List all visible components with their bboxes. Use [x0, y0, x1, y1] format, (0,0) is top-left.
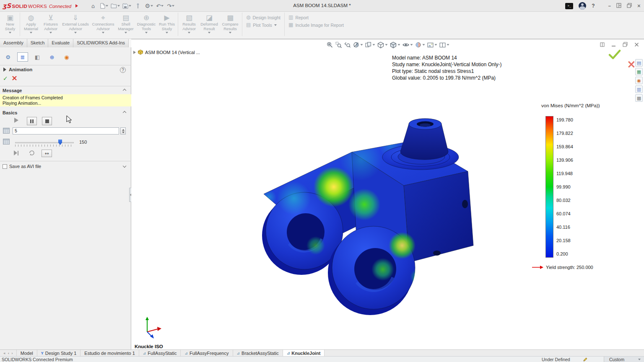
display-manager-tab[interactable]: ◉	[61, 52, 72, 62]
settings-button[interactable]: ⚙	[145, 1, 153, 10]
tab-assembly[interactable]: Assembly	[0, 39, 27, 47]
play-from-start-button[interactable]	[14, 150, 18, 155]
plot-tools-button[interactable]: ▤Plot Tools	[246, 22, 280, 28]
tab-fullassyfrequency[interactable]: ⊿FullAssyFrequency	[181, 350, 233, 356]
play-button[interactable]	[14, 118, 18, 123]
apply-scene-button[interactable]	[427, 41, 437, 49]
hide-show-items-button[interactable]	[402, 41, 413, 49]
pin-button[interactable]	[134, 1, 142, 10]
viewport-restore-button[interactable]	[623, 42, 628, 48]
viewport-minimize-button[interactable]	[611, 42, 616, 48]
side-tool-3-button[interactable]: ◉	[635, 77, 643, 84]
message-section-header[interactable]: Message	[3, 88, 22, 93]
graphics-viewport[interactable]: ASM BOOM 14 (Vertical ... Model name: AS…	[131, 39, 644, 349]
redo-button[interactable]: ↷	[166, 1, 175, 10]
apply-material-button[interactable]: ◍ApplyMaterial	[21, 12, 41, 38]
frames-value-field[interactable]: 5	[13, 127, 119, 134]
side-tool-5-button[interactable]: ▩	[635, 94, 643, 102]
viewport-close-button[interactable]	[634, 42, 639, 48]
ok-button[interactable]: ✓	[3, 75, 8, 82]
property-manager-tab[interactable]: ≣	[17, 52, 28, 62]
scroll-left-icon[interactable]: ‹	[8, 351, 10, 355]
view-settings-button[interactable]	[439, 41, 449, 49]
open-document-button[interactable]	[111, 1, 120, 10]
reciprocate-button[interactable]: ↔	[42, 150, 52, 157]
scroll-first-icon[interactable]: «	[3, 351, 6, 355]
minimize-button[interactable]: –	[608, 3, 611, 8]
speed-slider-track[interactable]	[15, 142, 74, 143]
expand-save-avi-icon[interactable]	[123, 164, 126, 168]
stop-button[interactable]	[42, 117, 52, 125]
tab-model[interactable]: Model	[17, 350, 37, 356]
home-button[interactable]: ⌂	[89, 1, 97, 10]
confirm-ok-button[interactable]	[608, 49, 621, 59]
tab-bracketassystatic[interactable]: ⊿BracketAssyStatic	[233, 350, 283, 356]
collapse-message-icon[interactable]	[123, 89, 126, 92]
tab-sketch[interactable]: Sketch	[27, 39, 49, 47]
side-tool-1-button[interactable]: ▤	[635, 59, 643, 67]
panel-help-button[interactable]: ?	[120, 67, 126, 73]
diagnostic-tools-button[interactable]: ⊕DiagnosticTools	[135, 12, 157, 38]
help-button[interactable]: ?	[592, 3, 595, 9]
dimxpert-manager-tab[interactable]: ⊕	[47, 52, 57, 62]
tab-knucklejoint[interactable]: ⊿KnuckleJoint	[283, 350, 325, 356]
run-this-study-button[interactable]: ▶Run ThisStudy	[157, 12, 177, 38]
report-button[interactable]: ▥Report	[288, 15, 344, 20]
tab-design-study-1[interactable]: YDesign Study 1	[37, 350, 81, 356]
shell-manager-button[interactable]: ▤ShellManager	[116, 12, 135, 38]
tab-solidworks-add-ins[interactable]: SOLIDWORKS Add-Ins	[73, 39, 129, 47]
user-avatar[interactable]	[579, 2, 586, 10]
brand-flyout-icon[interactable]	[75, 4, 78, 8]
design-insight-button[interactable]: ◍Design Insight	[246, 15, 280, 20]
custom-dropdown[interactable]: Custom	[604, 357, 644, 362]
pause-button[interactable]	[27, 117, 37, 125]
scroll-right-icon[interactable]: ›	[11, 351, 13, 355]
new-document-button[interactable]	[100, 1, 108, 10]
loop-button[interactable]	[29, 150, 35, 157]
tree-expander-icon[interactable]	[133, 51, 136, 54]
edit-status-button[interactable]	[583, 357, 588, 362]
zoom-to-fit-button[interactable]	[326, 41, 333, 49]
new-study-button[interactable]: ▣NewStudy	[2, 12, 18, 38]
zoom-to-area-button[interactable]	[335, 41, 342, 49]
frames-spinner[interactable]	[120, 127, 126, 134]
save-avi-checkbox[interactable]	[3, 164, 7, 169]
tab-estudio-de-movimiento-1[interactable]: Estudio de movimiento 1	[80, 350, 139, 356]
maximize-button[interactable]	[627, 3, 632, 9]
fixtures-advisor-button[interactable]: ⊻FixturesAdvisor	[41, 12, 61, 38]
save-button[interactable]	[122, 1, 131, 10]
connections-advisor-button[interactable]: ⌖ConnectionsAdvisor	[90, 12, 116, 38]
collapse-basics-icon[interactable]	[123, 111, 126, 114]
confirm-cancel-button[interactable]: ×	[627, 58, 636, 70]
model-3d-knuckle[interactable]	[234, 113, 483, 328]
include-image-for-report-button[interactable]: ▦Include Image for Report	[288, 22, 344, 28]
previous-view-button[interactable]	[344, 41, 351, 49]
view-orientation-button[interactable]	[377, 41, 387, 49]
viewport-panes-button[interactable]	[600, 42, 605, 48]
terminal-button[interactable]: >_	[565, 3, 573, 9]
side-tool-4-button[interactable]: ▥	[635, 85, 643, 93]
configuration-manager-tab[interactable]: ◧	[32, 52, 43, 62]
basics-section-header[interactable]: Basics	[3, 110, 17, 115]
deformed-result-button[interactable]: ◪DeformedResult	[199, 12, 220, 38]
compare-results-button[interactable]: ▩CompareResults	[220, 12, 241, 38]
tab-evaluate[interactable]: Evaluate	[48, 39, 73, 47]
undo-button[interactable]: ↶	[156, 1, 164, 10]
panel-flyout-icon[interactable]	[3, 67, 6, 72]
tab-fullassystatic[interactable]: ⊿FullAssyStatic	[139, 350, 181, 356]
edit-appearance-button[interactable]	[415, 41, 425, 49]
side-tool-2-button[interactable]: ▦	[635, 68, 643, 75]
cancel-button[interactable]: ×	[11, 73, 18, 82]
results-advisor-button[interactable]: ▧ResultsAdvisor	[179, 12, 199, 38]
external-loads-advisor-button[interactable]: ⇓External LoadsAdvisor	[61, 12, 90, 38]
view-sheets-button[interactable]	[365, 41, 375, 49]
section-view-button[interactable]	[353, 41, 363, 49]
display-style-button[interactable]	[390, 41, 400, 49]
tab-scroll-controls[interactable]: « ‹ ›	[0, 350, 17, 356]
panes-button[interactable]	[616, 3, 621, 9]
flyout-feature-tree[interactable]: ASM BOOM 14 (Vertical ...	[133, 49, 200, 55]
close-button[interactable]: ×	[637, 3, 641, 9]
legend-color-bar[interactable]	[545, 116, 553, 258]
new-study-icon: ▣	[7, 13, 13, 22]
feature-manager-tab[interactable]: ⚙	[3, 52, 13, 62]
